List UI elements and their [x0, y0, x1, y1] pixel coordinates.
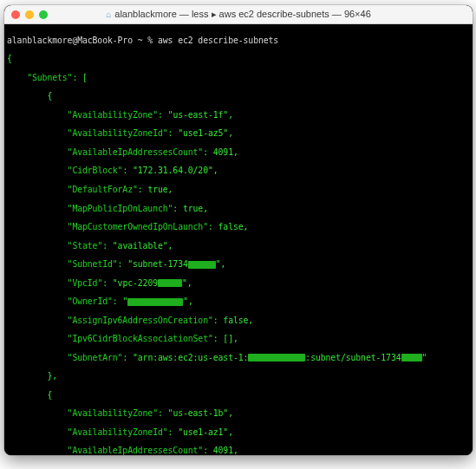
value: "available": [113, 241, 168, 251]
key: "SubnetArn": [68, 353, 123, 362]
value: :subnet/subnet-1734: [305, 353, 401, 362]
redacted: [248, 354, 305, 362]
redacted: [158, 279, 182, 287]
key-subnets: "Subnets": [27, 73, 72, 82]
value: false: [218, 222, 244, 231]
window-title-wrap: ⌂ alanblackmore — less ▸ aws ec2 describ…: [4, 9, 473, 20]
key: "AvailableIpAddressesCount": [68, 446, 204, 455]
command: aws ec2 describe-subnets: [158, 36, 278, 45]
key: "AvailableIpAddressesCount": [68, 147, 204, 157]
value: "use1-az1": [178, 427, 228, 437]
traffic-lights: [11, 10, 48, 19]
value: false: [223, 316, 248, 325]
maximize-icon[interactable]: [39, 10, 48, 19]
value: "arn:aws:ec2:us-east-1:: [133, 353, 248, 362]
key: "SubnetId": [68, 259, 118, 269]
value: true: [147, 185, 167, 194]
prompt-user: alanblackmore@MacBook-Pro: [7, 36, 133, 45]
key: "AvailabilityZoneId": [68, 128, 168, 138]
value: "172.31.64.0/20": [133, 166, 213, 175]
key: "AvailabilityZone": [68, 408, 158, 418]
brace: },: [47, 371, 57, 381]
value: true: [183, 204, 203, 213]
key: "AssignIpv6AddressOnCreation": [68, 316, 213, 325]
value: "use1-az5": [178, 128, 228, 138]
prompt-sep: ~ %: [133, 36, 158, 45]
value: 4091: [213, 147, 233, 157]
value: []: [223, 334, 233, 343]
punct: : [: [72, 73, 87, 82]
key: "MapCustomerOwnedIpOnLaunch": [68, 222, 208, 231]
key: "State": [68, 241, 103, 251]
key: "AvailabilityZone": [68, 110, 158, 120]
value: 4091: [213, 446, 233, 455]
key: "VpcId": [68, 278, 103, 288]
key: "MapPublicIpOnLaunch": [68, 204, 173, 213]
value: "us-east-1f": [168, 110, 229, 120]
key: "Ipv6CidrBlockAssociationSet": [68, 334, 213, 343]
terminal-output[interactable]: alanblackmore@MacBook-Pro ~ % aws ec2 de…: [4, 24, 473, 455]
key: "OwnerId": [68, 296, 113, 306]
terminal-window: ⌂ alanblackmore — less ▸ aws ec2 describ…: [4, 5, 473, 455]
home-icon: ⌂: [106, 10, 111, 19]
key: "DefaultForAz": [68, 185, 138, 194]
redacted: [188, 261, 216, 269]
key: "CidrBlock": [68, 166, 123, 175]
value: "us-east-1b": [168, 408, 229, 418]
key: "AvailabilityZoneId": [68, 427, 168, 437]
minimize-icon[interactable]: [25, 10, 34, 19]
redacted: [401, 354, 422, 362]
redacted: [127, 298, 183, 306]
brace: {: [7, 54, 12, 63]
titlebar: ⌂ alanblackmore — less ▸ aws ec2 describ…: [4, 5, 473, 24]
value: "vpc-2209: [113, 278, 158, 288]
value: "subnet-1734: [127, 259, 188, 269]
close-icon[interactable]: [11, 10, 20, 19]
window-title: alanblackmore — less ▸ aws ec2 describe-…: [114, 9, 371, 20]
brace: {: [47, 390, 52, 400]
brace: {: [47, 91, 52, 101]
